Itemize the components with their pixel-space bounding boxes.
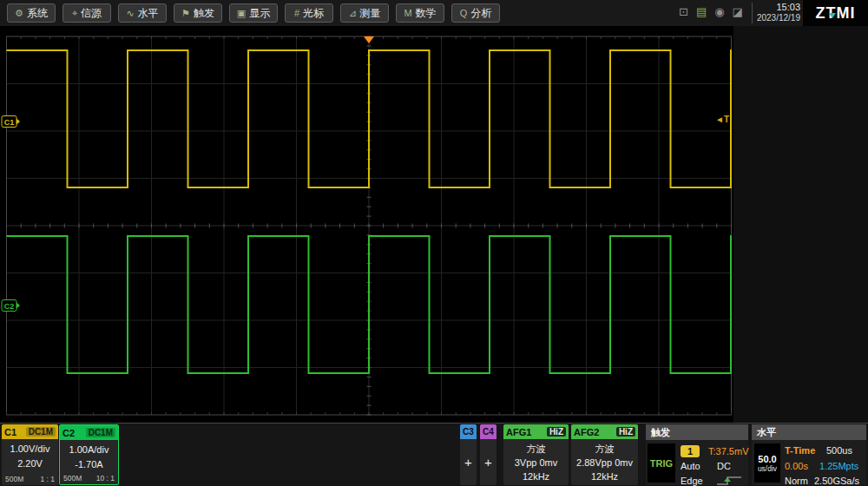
menu-label: 数学 bbox=[416, 6, 437, 21]
brand-logo: ZTMI bbox=[803, 0, 868, 26]
menu-label: 水平 bbox=[138, 6, 159, 21]
monitor-icon: ▣ bbox=[237, 9, 246, 18]
c4-add-button[interactable]: + bbox=[480, 439, 496, 485]
trigger-type[interactable]: Edge bbox=[681, 476, 703, 486]
trigger-panel[interactable]: 触发 TRIG 1 Auto Edge T:37.5mV DC bbox=[646, 424, 748, 485]
trigger-level: T:37.5mV bbox=[708, 446, 748, 456]
math-m-icon: M bbox=[404, 9, 411, 18]
timebase-box[interactable]: 50.0 us/div bbox=[754, 443, 780, 483]
screen-icon[interactable]: ⊡ bbox=[679, 6, 688, 17]
menu-label: 光标 bbox=[303, 6, 324, 21]
menu-label: 分析 bbox=[470, 6, 491, 21]
menu-system-button[interactable]: ⚙系统 bbox=[7, 3, 56, 23]
trigger-mode[interactable]: Auto bbox=[681, 461, 700, 471]
menu-label: 显示 bbox=[249, 6, 270, 21]
afg1-header: AFG1 HiZ bbox=[503, 424, 569, 439]
acquire-mode: Norm bbox=[785, 476, 808, 486]
top-menu-bar: ⚙系统⌖信源∿水平⚑触发▣显示#光标⊿测量M数学Q分析 ⊡▤◉◪ 15:03 2… bbox=[0, 0, 868, 26]
afg1-box[interactable]: AFG1 HiZ 方波 3Vpp 0mv 12kHz bbox=[503, 424, 569, 485]
logo-z: Z bbox=[816, 4, 826, 23]
c2-offset: -1.70A bbox=[75, 457, 102, 472]
wave-icon: ∿ bbox=[126, 9, 134, 18]
topbar-separator bbox=[752, 3, 753, 23]
afg1-amplitude: 3Vpp bbox=[515, 457, 537, 468]
c1-header: C1 DC1M bbox=[2, 424, 58, 439]
channel-c1-box[interactable]: C1 DC1M 1.00V/div 2.20V 500M 1 : 1 bbox=[2, 424, 58, 485]
trace-c1[interactable] bbox=[7, 50, 732, 187]
magnifier-icon: Q bbox=[460, 9, 468, 18]
menu-label: 测量 bbox=[360, 6, 381, 21]
menu-trigger-button[interactable]: ⚑触发 bbox=[174, 3, 222, 23]
timebase-value: 50.0 bbox=[758, 454, 776, 464]
trace-c2[interactable] bbox=[7, 236, 732, 373]
afg2-impedance-badge: HiZ bbox=[616, 427, 635, 437]
afg2-label: AFG2 bbox=[574, 427, 599, 437]
menu-display-button[interactable]: ▣显示 bbox=[229, 3, 278, 23]
menu-measure-button[interactable]: ⊿测量 bbox=[340, 3, 389, 23]
channel-c2-box[interactable]: C2 DC1M 1.00A/div -1.70A 500M 10 : 1 bbox=[59, 424, 119, 485]
afg2-frequency: 12kHz bbox=[591, 470, 618, 483]
afg1-offset: 0mv bbox=[539, 457, 557, 468]
afg1-impedance-badge: HiZ bbox=[547, 427, 566, 437]
channel-c3-box[interactable]: C3 + bbox=[460, 424, 477, 485]
timebase-unit: us/div bbox=[758, 464, 777, 473]
svg-text:C1: C1 bbox=[4, 118, 15, 127]
c2-probe-ratio: 10 : 1 bbox=[96, 474, 115, 483]
hash-icon: # bbox=[294, 9, 299, 18]
menu-horizontal-button[interactable]: ∿水平 bbox=[118, 3, 167, 23]
menu-source-button[interactable]: ⌖信源 bbox=[62, 3, 111, 23]
logo-mi: MI bbox=[837, 4, 856, 23]
channel-c4-box[interactable]: C4 + bbox=[480, 424, 496, 485]
c3-label: C3 bbox=[460, 424, 477, 439]
horizontal-panel-title: 水平 bbox=[752, 424, 866, 440]
afg1-frequency: 12kHz bbox=[523, 470, 549, 483]
bottom-status-bar: C1 DC1M 1.00V/div 2.20V 500M 1 : 1 C2 DC… bbox=[0, 423, 868, 486]
horizontal-panel[interactable]: 水平 50.0 us/div T-Time 500us 0.00s 1.25Mp… bbox=[752, 424, 866, 485]
c1-scale: 1.00V/div bbox=[10, 442, 50, 456]
rising-edge-icon bbox=[715, 475, 743, 486]
mouse-icon[interactable]: ◉ bbox=[714, 6, 724, 17]
afg2-offset: 0mv bbox=[615, 457, 633, 468]
trigger-coupling[interactable]: DC bbox=[717, 461, 731, 471]
c3-add-button[interactable]: + bbox=[460, 439, 477, 485]
menu-label: 系统 bbox=[27, 6, 48, 21]
t-time-value: 500us bbox=[826, 445, 852, 456]
logo-teal-wedge-icon bbox=[829, 13, 836, 18]
afg2-amplitude: 2.88Vpp bbox=[576, 457, 612, 468]
clock: 15:03 2023/12/19 bbox=[753, 2, 800, 23]
clock-date: 2023/12/19 bbox=[753, 13, 800, 23]
c2-label: C2 bbox=[62, 428, 75, 438]
c1-probe-ratio: 1 : 1 bbox=[40, 475, 55, 483]
menu-analysis-button[interactable]: Q分析 bbox=[451, 3, 500, 23]
afg2-box[interactable]: AFG2 HiZ 方波 2.88Vpp 0mv 12kHz bbox=[571, 424, 638, 485]
trigger-level-marker[interactable]: ◄T bbox=[715, 115, 729, 124]
c1-position-marker[interactable]: C1 bbox=[2, 116, 20, 128]
waveform-display[interactable]: C1C2◄T bbox=[0, 26, 868, 423]
menu-math-button[interactable]: M数学 bbox=[396, 3, 444, 23]
flag-icon: ⚑ bbox=[181, 9, 190, 18]
sample-rate: 2.50GSa/s bbox=[814, 476, 859, 486]
c2-coupling-badge: DC1M bbox=[86, 428, 115, 437]
menu-cursor-button[interactable]: #光标 bbox=[285, 3, 333, 23]
antenna-icon: ⌖ bbox=[72, 9, 77, 18]
c1-offset: 2.20V bbox=[17, 456, 43, 471]
horizontal-delay: 0.00s bbox=[785, 461, 808, 471]
status-icons: ⊡▤◉◪ bbox=[679, 6, 743, 17]
menu-label: 信源 bbox=[81, 6, 102, 21]
logo-t: T bbox=[826, 4, 837, 23]
c2-bandwidth: 500M bbox=[63, 474, 82, 483]
c2-position-marker[interactable]: C2 bbox=[2, 300, 20, 312]
gear-icon: ⚙ bbox=[15, 9, 23, 18]
t-time-label: T-Time bbox=[785, 445, 815, 456]
touch-icon[interactable]: ◪ bbox=[733, 6, 743, 17]
trigger-source-badge[interactable]: 1 bbox=[681, 445, 700, 457]
afg2-header: AFG2 HiZ bbox=[571, 424, 638, 439]
triangle-ruler-icon: ⊿ bbox=[348, 9, 356, 18]
trigger-position-marker[interactable] bbox=[364, 36, 374, 43]
memory-depth: 1.25Mpts bbox=[819, 461, 858, 471]
clock-time: 15:03 bbox=[753, 2, 800, 13]
c4-label: C4 bbox=[480, 424, 496, 439]
c2-header: C2 DC1M bbox=[60, 425, 118, 440]
menu-bar: ⚙系统⌖信源∿水平⚑触发▣显示#光标⊿测量M数学Q分析 bbox=[7, 3, 500, 23]
usb-icon[interactable]: ▤ bbox=[696, 6, 707, 17]
